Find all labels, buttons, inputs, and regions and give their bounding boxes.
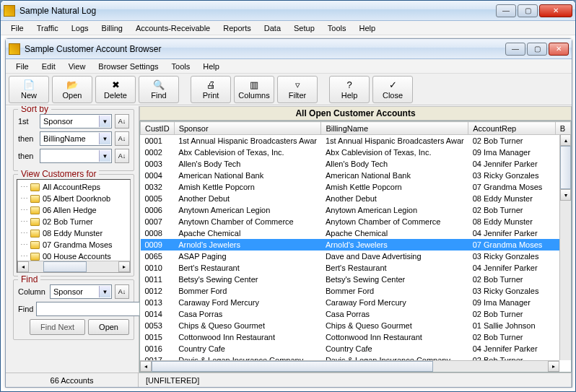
find-sort-button[interactable]: A↓ [115, 284, 129, 299]
sort-order-button-0[interactable]: A↓ [115, 114, 129, 129]
find-input[interactable] [36, 302, 143, 316]
table-row[interactable]: 00011st Annual Hispanic Broadcasters Awa… [141, 135, 571, 147]
table-row[interactable]: 0003Allen's Body TechAllen's Body Tech04… [141, 158, 571, 170]
grid-hscrollbar[interactable]: ◂ ▸ [140, 360, 559, 372]
maximize-button[interactable]: ▢ [518, 4, 538, 17]
scroll-right-icon[interactable]: ▸ [548, 361, 559, 372]
find-button[interactable]: 🔍Find [139, 76, 179, 103]
inner-maximize-button[interactable]: ▢ [527, 43, 547, 56]
table-row[interactable]: 0005Another DebutAnother Debut08 Eddy Mu… [141, 193, 571, 204]
menu-browser-settings[interactable]: Browser Settings [92, 61, 164, 72]
table-row[interactable]: 0014Casa PorrasCasa Porras02 Bob Turner [141, 308, 571, 320]
sort-order-button-2[interactable]: A↓ [115, 149, 129, 163]
table-row[interactable]: 0016Country CafeCountry Cafe04 Jennifer … [141, 343, 571, 354]
grid-vscrollbar[interactable]: ▴ ▾ [559, 134, 571, 360]
outer-titlebar[interactable]: Sample Natural Log — ▢ ✕ [1, 1, 575, 21]
menu-data[interactable]: Data [258, 22, 287, 34]
tree-item[interactable]: ⋯06 Allen Hedge [19, 204, 128, 216]
scroll-left-icon[interactable]: ◂ [140, 361, 152, 372]
sort-combo-1[interactable]: BillingName▼ [40, 131, 112, 146]
menu-tools[interactable]: Tools [166, 61, 196, 72]
scroll-left-icon[interactable]: ◂ [17, 261, 29, 272]
table-row[interactable]: 0011Betsy's Sewing CenterBetsy's Sewing … [141, 274, 571, 285]
table-row[interactable]: 0009Arnold's JewelersArnold's Jewelers07… [141, 239, 571, 251]
sort-label-0: 1st [18, 117, 37, 126]
menu-traffic[interactable]: Traffic [31, 22, 64, 34]
chevron-down-icon[interactable]: ▼ [99, 133, 110, 144]
inner-minimize-button[interactable]: — [505, 43, 525, 56]
chevron-down-icon[interactable]: ▼ [99, 286, 110, 297]
view-fieldset: View Customers for ⋯All AccountReps⋯05 A… [13, 174, 134, 276]
print-button[interactable]: 🖨Print [191, 76, 231, 103]
table-row[interactable]: 0006Anytown American LegionAnytown Ameri… [141, 204, 571, 216]
tree-item[interactable]: ⋯05 Albert Doorknob [19, 193, 128, 204]
menu-help[interactable]: Help [353, 22, 381, 34]
chevron-down-icon[interactable]: ▼ [99, 116, 110, 127]
accountrep-tree[interactable]: ⋯All AccountReps⋯05 Albert Doorknob⋯06 A… [17, 179, 131, 273]
tree-item[interactable]: ⋯02 Bob Turner [19, 216, 128, 227]
menu-view[interactable]: View [63, 61, 92, 72]
table-row[interactable]: 0007Anytown Chamber of CommerceAnytown C… [141, 216, 571, 227]
new-button[interactable]: 📄New [9, 76, 49, 103]
table-row[interactable]: 0010Bert's RestaurantBert's Restaurant04… [141, 262, 571, 274]
find-icon: 🔍 [153, 79, 165, 90]
table-row[interactable]: 0012Bommer FordBommer Ford03 Ricky Gonza… [141, 285, 571, 297]
tree-hscrollbar[interactable]: ◂ ▸ [17, 261, 130, 272]
sort-combo-0[interactable]: Sponsor▼ [40, 114, 112, 129]
sort-order-button-1[interactable]: A↓ [115, 131, 129, 146]
scroll-up-icon[interactable]: ▴ [560, 134, 571, 146]
scroll-right-icon[interactable]: ▸ [118, 261, 130, 272]
tree-item[interactable]: ⋯08 Eddy Munster [19, 227, 128, 239]
menu-billing[interactable]: Billing [96, 22, 128, 34]
inner-menubar: FileEditViewBrowser SettingsToolsHelp [6, 59, 572, 74]
tree-item[interactable]: ⋯All AccountReps [19, 181, 128, 193]
scroll-thumb[interactable] [152, 361, 433, 372]
menu-edit[interactable]: Edit [36, 61, 61, 72]
scroll-thumb[interactable] [560, 146, 571, 189]
table-row[interactable]: 0065ASAP PagingDave and Dave Advertising… [141, 251, 571, 262]
table-row[interactable]: 0013Caraway Ford MercuryCaraway Ford Mer… [141, 297, 571, 308]
menu-file[interactable]: File [10, 61, 35, 72]
menu-help[interactable]: Help [197, 61, 225, 72]
inner-titlebar[interactable]: Sample Customer Account Browser — ▢ ✕ [6, 39, 572, 59]
menu-logs[interactable]: Logs [66, 22, 95, 34]
menu-tools[interactable]: Tools [322, 22, 352, 34]
minimize-button[interactable]: — [496, 4, 516, 17]
table-row[interactable]: 0015Cottonwood Inn RestaurantCottonwood … [141, 331, 571, 343]
col-custid[interactable]: CustID [141, 122, 175, 135]
col-sponsor[interactable]: Sponsor [174, 122, 321, 135]
table-row[interactable]: 0002Abx Cablevision of Texas, Inc.Abx Ca… [141, 147, 571, 158]
find-column-value: Sponsor [53, 287, 83, 296]
tree-item[interactable]: ⋯07 Grandma Moses [19, 239, 128, 251]
col-accountrep[interactable]: AccountRep [468, 122, 556, 135]
scroll-thumb[interactable] [43, 261, 87, 272]
menu-reports[interactable]: Reports [217, 22, 257, 34]
delete-button[interactable]: ✖Delete [95, 76, 136, 103]
close-button[interactable]: ✕ [539, 4, 572, 17]
close-button[interactable]: ✓Close [372, 76, 413, 103]
sort-combo-2[interactable]: ▼ [40, 149, 112, 163]
print-icon: 🖨 [205, 79, 217, 90]
grid[interactable]: CustIDSponsorBillingNameAccountRepB 0001… [139, 121, 572, 373]
find-open-button[interactable]: Open [88, 319, 129, 335]
table-row[interactable]: 0053Chips & Queso GourmetChips & Queso G… [141, 320, 571, 331]
chevron-down-icon[interactable]: ▼ [99, 150, 110, 162]
col-billingname[interactable]: BillingName [321, 122, 468, 135]
find-next-button[interactable]: Find Next [30, 319, 85, 335]
find-column-combo[interactable]: Sponsor ▼ [50, 284, 112, 299]
scroll-down-icon[interactable]: ▾ [560, 189, 571, 201]
col-b[interactable]: B [555, 122, 570, 135]
folder-icon [30, 230, 40, 238]
menu-file[interactable]: File [5, 22, 30, 34]
columns-button[interactable]: ▥Columns [234, 76, 274, 103]
table-row[interactable]: 0008Apache ChemicalApache Chemical04 Jen… [141, 227, 571, 239]
menu-setup[interactable]: Setup [288, 22, 320, 34]
table-row[interactable]: 0032Amish Kettle PopcornAmish Kettle Pop… [141, 181, 571, 193]
table-row[interactable]: 0004American National BankAmerican Natio… [141, 170, 571, 181]
open-button[interactable]: 📂Open [52, 76, 92, 103]
help-button[interactable]: ?Help [329, 76, 370, 103]
statusbar: 66 Accounts [UNFILTERED] [6, 373, 572, 387]
filter-button[interactable]: ▿Filter [277, 76, 318, 103]
menu-accounts-receivable[interactable]: Accounts-Receivable [130, 22, 216, 34]
inner-close-button[interactable]: ✕ [549, 43, 569, 56]
